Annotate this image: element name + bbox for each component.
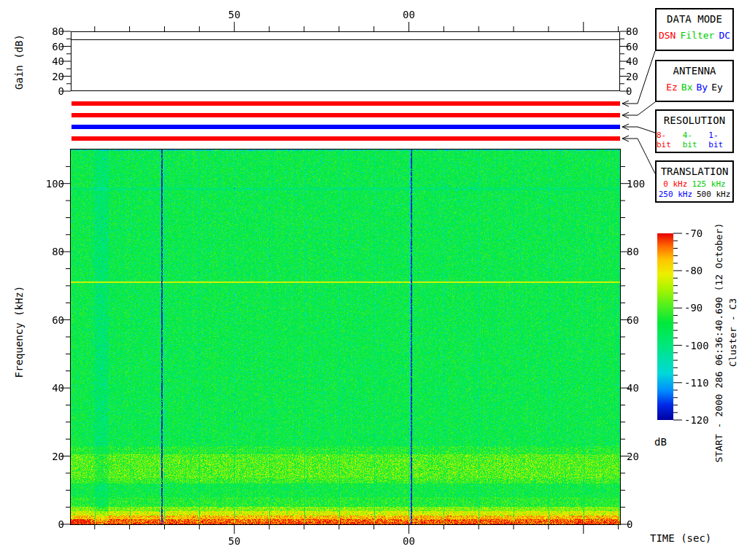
resolution-8bit: 8-bit [657, 131, 681, 149]
antenna-title: ANTENNA [673, 65, 716, 77]
colorbar-tick-label: -90 [684, 302, 703, 314]
translation-box: TRANSLATION 0 kHz 125 kHz 250 kHz 500 kH… [655, 160, 734, 203]
freq-tick-label-right: 20 [627, 451, 639, 462]
data-mode-dsn: DSN [659, 30, 676, 41]
freq-tick-label-right: 0 [627, 518, 632, 530]
time-tick-label-top: 50 [228, 9, 241, 20]
antenna-bx: Bx [681, 82, 693, 93]
freq-tick-label-left: 80 [52, 246, 64, 257]
translation-0khz: 0 kHz [663, 179, 687, 189]
time-tick-label-top: 00 [403, 9, 415, 20]
data-mode-title: DATA MODE [667, 13, 722, 25]
gain-tick-label-right: 20 [626, 71, 638, 82]
colorbar-unit-label: dB [654, 436, 667, 448]
gain-axis-label: Gain (dB) [13, 34, 25, 90]
colorbar-tick-label: -100 [684, 340, 709, 351]
freq-tick-label-right: 100 [627, 178, 645, 190]
time-axis-label: TIME (sec) [650, 532, 711, 544]
antenna-ez: Ez [666, 82, 678, 93]
freq-tick-label-left: 40 [52, 382, 64, 394]
colorbar-tick-label: -110 [684, 377, 709, 389]
frequency-axis-label: Frequency (kHz) [13, 286, 25, 378]
resolution-box: RESOLUTION 8-bit 4-bit 1-bit [655, 109, 734, 153]
freq-tick-label-right: 60 [627, 314, 639, 326]
gain-tick-label-left: 0 [58, 85, 64, 97]
gain-tick-label-left: 40 [52, 55, 64, 67]
freq-tick-label-right: 80 [627, 246, 639, 257]
translation-250khz: 250 kHz [659, 190, 692, 199]
colorbar-tick-label: -80 [684, 265, 703, 276]
antenna-by: By [697, 82, 708, 93]
resolution-title: RESOLUTION [664, 114, 725, 126]
gain-tick-label-right: 0 [626, 85, 632, 97]
spectrogram-canvas [71, 149, 620, 524]
status-bar-translation [71, 136, 620, 141]
status-bar-antenna [71, 113, 620, 117]
freq-tick-label-left: 0 [58, 518, 64, 530]
gain-tick-label-right: 60 [626, 41, 638, 52]
start-time-annotation: START - 2000 286 06:36:40.690 (12 Octobe… [713, 223, 724, 463]
freq-tick-label-right: 40 [627, 382, 639, 394]
gain-tick-label-right: 80 [626, 26, 638, 37]
spectrogram-plot [70, 149, 621, 525]
time-tick-label-bottom: 00 [403, 535, 415, 547]
data-mode-dc: DC [719, 30, 730, 41]
resolution-1bit: 1-bit [708, 131, 732, 149]
colorbar [657, 233, 673, 420]
spacecraft-annotation: Cluster - C3 [727, 298, 738, 367]
data-mode-box: DATA MODE DSN Filter DC [655, 8, 734, 51]
freq-tick-label-left: 60 [52, 314, 64, 326]
gain-tick-label-left: 80 [52, 26, 64, 37]
translation-500khz: 500 kHz [697, 190, 730, 199]
status-bar-resolution [71, 125, 620, 129]
data-mode-filter: Filter [680, 30, 714, 41]
time-tick-label-bottom: 50 [228, 535, 241, 547]
freq-tick-label-left: 20 [52, 451, 64, 462]
colorbar-tick-label: -70 [684, 228, 703, 239]
freq-tick-label-left: 100 [46, 178, 64, 190]
gain-plot-panel [71, 31, 620, 91]
gain-tick-label-left: 20 [52, 71, 64, 82]
wbd-spectrogram-screen: Gain (dB) Frequency (kHz) dB TIME (sec) … [0, 0, 747, 560]
gain-trace-line [71, 39, 619, 40]
status-bar-data-mode [71, 101, 620, 106]
antenna-box: ANTENNA Ez Bx By Ey [655, 60, 734, 102]
gain-tick-label-left: 60 [52, 41, 64, 52]
translation-title: TRANSLATION [661, 166, 729, 177]
gain-tick-label-right: 40 [626, 55, 638, 67]
translation-125khz: 125 kHz [692, 179, 725, 189]
resolution-4bit: 4-bit [683, 131, 707, 149]
antenna-ey: Ey [711, 82, 723, 93]
colorbar-tick-label: -120 [684, 414, 709, 426]
